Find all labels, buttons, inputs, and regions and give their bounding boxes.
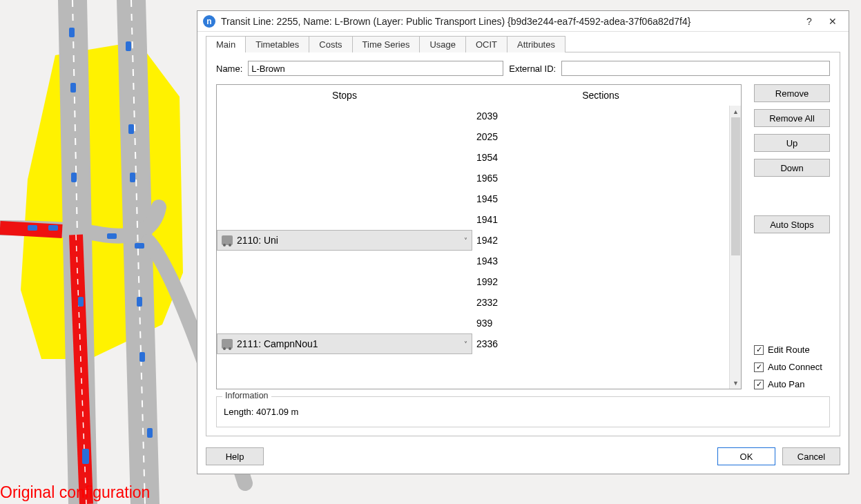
stops-sections-table: Stops Sections 2039202519541965194519412…	[216, 84, 742, 389]
svg-rect-5	[130, 173, 135, 182]
external-id-label: External ID:	[509, 64, 556, 74]
app-icon: n	[203, 15, 215, 28]
svg-rect-9	[107, 233, 117, 239]
close-titlebar-button[interactable]: ✕	[822, 13, 843, 30]
stop-label: 2111: CampnNou1	[237, 338, 460, 349]
remove-all-button[interactable]: Remove All	[754, 109, 830, 127]
table-row[interactable]: 1965	[217, 168, 729, 188]
scroll-down-icon[interactable]: ▼	[730, 377, 741, 389]
edit-route-checkbox[interactable]: ✓ Edit Route	[754, 345, 830, 355]
table-row[interactable]: 939	[217, 313, 729, 333]
svg-rect-13	[147, 428, 153, 438]
table-row[interactable]: 2110: Uni˅1942	[217, 230, 729, 251]
information-legend: Information	[222, 391, 271, 400]
bus-icon	[222, 339, 233, 349]
scroll-thumb[interactable]	[731, 117, 740, 255]
help-titlebar-button[interactable]: ?	[799, 13, 820, 30]
svg-rect-7	[28, 225, 37, 231]
section-value: 2025	[472, 131, 729, 142]
chevron-down-icon[interactable]: ˅	[464, 340, 467, 348]
cancel-button[interactable]: Cancel	[782, 447, 840, 465]
table-row[interactable]: 1954	[217, 147, 729, 168]
table-row[interactable]: 1992	[217, 271, 729, 292]
down-button[interactable]: Down	[754, 159, 830, 177]
auto-connect-label: Auto Connect	[768, 362, 822, 372]
external-id-input[interactable]	[561, 61, 830, 76]
transit-line-dialog: n Transit Line: 2255, Name: L-Brown (Lay…	[197, 10, 849, 474]
help-button[interactable]: Help	[206, 447, 264, 465]
section-value: 1954	[472, 152, 729, 163]
svg-rect-15	[82, 449, 89, 464]
section-value: 939	[472, 318, 729, 329]
tabs: Main Timetables Costs Time Series Usage …	[206, 36, 840, 52]
tab-timetables[interactable]: Timetables	[246, 36, 309, 52]
svg-rect-10	[135, 243, 144, 249]
section-value: 2336	[472, 338, 729, 349]
dialog-title: Transit Line: 2255, Name: L-Brown (Layer…	[221, 16, 796, 27]
caption-original-configuration: Original configuration	[0, 483, 150, 502]
auto-connect-checkbox[interactable]: ✓ Auto Connect	[754, 362, 830, 372]
svg-rect-3	[126, 41, 131, 51]
up-button[interactable]: Up	[754, 134, 830, 152]
scroll-up-icon[interactable]: ▲	[730, 106, 741, 117]
chevron-down-icon[interactable]: ˅	[464, 237, 467, 244]
table-row[interactable]: 1945	[217, 188, 729, 209]
side-buttons: Remove Remove All Up Down Auto Stops ✓ E…	[754, 84, 830, 389]
name-input[interactable]	[248, 61, 503, 76]
table-row[interactable]: 2111: CampnNou1˅2336	[217, 333, 729, 354]
svg-rect-12	[139, 352, 145, 362]
section-value: 1942	[472, 235, 729, 246]
section-value: 1941	[472, 214, 729, 225]
svg-rect-2	[70, 83, 76, 93]
ok-button[interactable]: OK	[717, 447, 775, 465]
section-value: 1945	[472, 193, 729, 204]
tab-attributes[interactable]: Attributes	[507, 36, 565, 52]
checkmark-icon: ✓	[754, 345, 764, 355]
section-value: 2332	[472, 297, 729, 308]
section-value: 1992	[472, 276, 729, 287]
svg-rect-4	[128, 124, 134, 134]
remove-button[interactable]: Remove	[754, 84, 830, 102]
auto-stops-button[interactable]: Auto Stops	[754, 215, 830, 233]
table-row[interactable]: 2025	[217, 126, 729, 147]
auto-pan-checkbox[interactable]: ✓ Auto Pan	[754, 379, 830, 389]
name-label: Name:	[216, 64, 242, 74]
information-box: Information Length: 4071.09 m	[216, 396, 830, 427]
tab-ocit[interactable]: OCIT	[466, 36, 507, 52]
svg-rect-6	[71, 173, 77, 182]
auto-pan-label: Auto Pan	[768, 379, 805, 389]
stop-combo[interactable]: 2111: CampnNou1˅	[217, 333, 472, 354]
stop-label: 2110: Uni	[237, 235, 460, 246]
checkmark-icon: ✓	[754, 380, 764, 389]
tab-costs[interactable]: Costs	[309, 36, 352, 52]
table-row[interactable]: 1943	[217, 251, 729, 271]
table-row[interactable]: 2039	[217, 106, 729, 126]
bus-icon	[222, 235, 233, 245]
titlebar: n Transit Line: 2255, Name: L-Brown (Lay…	[197, 11, 849, 32]
table-row[interactable]: 2332	[217, 292, 729, 313]
column-header-sections: Sections	[472, 90, 729, 101]
svg-rect-14	[78, 297, 84, 307]
svg-rect-11	[137, 297, 142, 307]
section-value: 1943	[472, 255, 729, 266]
tab-time-series[interactable]: Time Series	[353, 36, 420, 52]
svg-rect-1	[69, 28, 75, 37]
table-row[interactable]: 1941	[217, 209, 729, 230]
scrollbar[interactable]: ▲ ▼	[729, 106, 741, 389]
column-header-stops: Stops	[217, 90, 472, 101]
edit-route-label: Edit Route	[768, 345, 810, 355]
tab-body-main: Name: External ID: Stops Sections 203920…	[206, 52, 840, 436]
length-value: Length: 4071.09 m	[224, 407, 822, 417]
stop-combo[interactable]: 2110: Uni˅	[217, 230, 472, 251]
svg-rect-8	[48, 225, 58, 231]
section-value: 2039	[472, 110, 729, 122]
tab-usage[interactable]: Usage	[420, 36, 466, 52]
checkmark-icon: ✓	[754, 362, 764, 372]
tab-main[interactable]: Main	[206, 36, 246, 52]
section-value: 1965	[472, 173, 729, 184]
